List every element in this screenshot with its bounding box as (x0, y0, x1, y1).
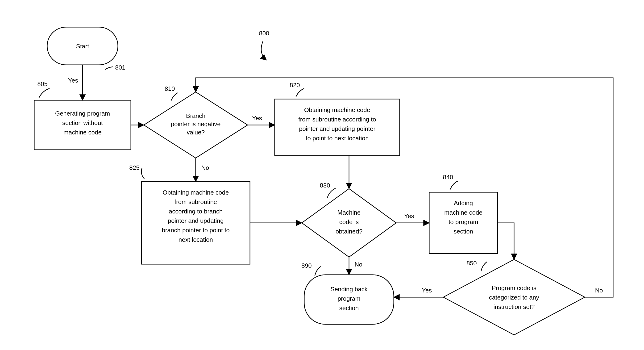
svg-text:800: 800 (259, 30, 269, 37)
svg-text:from subroutine according to: from subroutine according to (298, 116, 376, 123)
svg-text:820: 820 (290, 82, 300, 89)
start-text: Start (76, 43, 89, 50)
svg-text:instruction set?: instruction set? (494, 303, 535, 310)
svg-text:805: 805 (37, 80, 48, 88)
svg-text:830: 830 (320, 182, 330, 189)
svg-text:Sending back: Sending back (330, 286, 368, 293)
svg-text:pointer is negative: pointer is negative (171, 120, 220, 128)
svg-text:Yes: Yes (404, 212, 414, 220)
edge-start-gen: Yes (68, 65, 82, 100)
svg-text:machine code: machine code (64, 129, 102, 136)
svg-text:Adding: Adding (454, 200, 473, 206)
label-840: 840 (443, 174, 458, 190)
edge-850-no: No (196, 78, 613, 297)
edge-branch-yes: Yes (248, 114, 275, 125)
flowchart-canvas: Start 801 Generating program section wit… (0, 0, 644, 350)
svg-text:branch pointer to point to: branch pointer to point to (162, 227, 230, 234)
label-810: 810 (164, 85, 178, 101)
svg-text:pointer and updating: pointer and updating (168, 217, 224, 224)
svg-text:section without: section without (62, 119, 103, 126)
svg-text:810: 810 (164, 85, 175, 92)
svg-text:value?: value? (187, 129, 205, 136)
svg-text:pointer and updating pointer: pointer and updating pointer (299, 125, 376, 132)
svg-text:850: 850 (466, 260, 476, 267)
edge-840-850 (498, 223, 514, 260)
node-add: Adding machine code to program section (429, 192, 498, 254)
svg-text:Yes: Yes (252, 114, 262, 122)
label-890: 890 (301, 262, 321, 276)
svg-text:No: No (354, 261, 362, 268)
svg-text:Generating program: Generating program (55, 110, 110, 117)
node-branch: Branch pointer is negative value? (144, 92, 248, 158)
svg-text:Obtaining machine code: Obtaining machine code (163, 189, 229, 196)
svg-text:Machine: Machine (338, 209, 360, 216)
svg-text:801: 801 (115, 64, 125, 71)
label-820: 820 (290, 82, 304, 97)
label-805: 805 (37, 80, 50, 98)
svg-text:from subroutine: from subroutine (174, 198, 217, 206)
svg-text:Obtaining machine code: Obtaining machine code (304, 106, 370, 114)
svg-text:to point to next location: to point to next location (306, 135, 368, 142)
svg-text:code is: code is (339, 218, 359, 226)
svg-text:Branch: Branch (186, 112, 206, 119)
svg-text:Yes: Yes (422, 287, 432, 294)
svg-text:No: No (595, 287, 603, 294)
node-isCat: Program code is categorized to any instr… (443, 260, 585, 335)
node-send: Sending back program section (304, 275, 394, 324)
svg-text:to program: to program (448, 218, 478, 226)
label-830: 830 (320, 182, 336, 198)
node-obtPtr: Obtaining machine code from subroutine a… (275, 99, 400, 156)
label-800: 800 (259, 30, 269, 60)
svg-text:categorized to any: categorized to any (489, 294, 539, 301)
svg-text:according to branch: according to branch (169, 208, 222, 215)
svg-text:machine code: machine code (444, 209, 482, 216)
svg-text:825: 825 (129, 164, 139, 171)
svg-text:No: No (201, 164, 209, 171)
svg-text:section: section (339, 304, 359, 312)
svg-text:Yes: Yes (68, 77, 78, 84)
svg-text:next location: next location (178, 236, 213, 243)
node-isObt: Machine code is obtained? (302, 189, 396, 257)
edge-830-yes: Yes (396, 212, 429, 223)
label-801: 801 (105, 64, 126, 71)
label-850: 850 (466, 260, 487, 271)
svg-text:section: section (454, 228, 473, 235)
node-gen: Generating program section without machi… (34, 100, 131, 150)
edge-branch-no: No (196, 158, 209, 182)
svg-text:obtained?: obtained? (336, 228, 362, 235)
svg-text:840: 840 (443, 174, 453, 181)
node-obtBr: Obtaining machine code from subroutine a… (142, 182, 250, 264)
edge-850-yes: Yes (394, 287, 443, 297)
label-825: 825 (129, 164, 144, 179)
svg-text:890: 890 (301, 262, 312, 269)
node-start: Start (47, 27, 118, 65)
svg-text:Program code is: Program code is (492, 284, 536, 292)
edge-830-no: No (349, 257, 362, 275)
svg-text:program: program (338, 295, 360, 302)
